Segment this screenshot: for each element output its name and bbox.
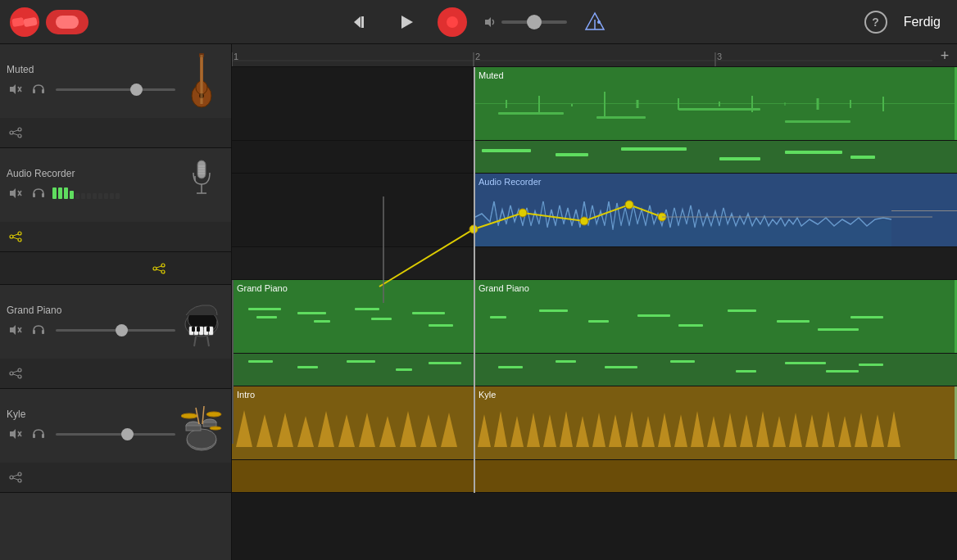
svg-line-42 bbox=[13, 237, 18, 239]
svg-marker-150 bbox=[277, 413, 293, 447]
kyle-track-row-sub bbox=[232, 460, 957, 493]
svg-marker-171 bbox=[674, 414, 687, 447]
svg-marker-157 bbox=[420, 414, 437, 447]
done-button[interactable]: Ferdig bbox=[897, 11, 947, 33]
svg-marker-176 bbox=[756, 411, 769, 447]
auto-ref-line bbox=[891, 210, 957, 211]
kyle-instrument-icon bbox=[179, 397, 225, 454]
svg-rect-140 bbox=[498, 366, 523, 368]
rewind-button[interactable] bbox=[346, 7, 375, 37]
piano-volume-slider[interactable] bbox=[56, 329, 175, 332]
svg-rect-60 bbox=[192, 327, 195, 332]
ruler-marker-3: 3 bbox=[717, 52, 722, 61]
timeline[interactable]: // Generate ticks via JS after load 1 2 … bbox=[232, 44, 957, 560]
svg-rect-144 bbox=[736, 370, 756, 373]
piano-track-name: Grand Piano bbox=[7, 305, 179, 316]
svg-line-69 bbox=[13, 374, 18, 376]
svg-marker-25 bbox=[10, 188, 16, 198]
master-volume-slider[interactable] bbox=[483, 16, 567, 29]
track-header-piano: Grand Piano bbox=[0, 285, 231, 389]
audio-controls: Audio Recorder bbox=[7, 168, 179, 202]
svg-rect-108 bbox=[498, 112, 564, 115]
svg-point-66 bbox=[18, 368, 21, 372]
kyle-headphone-button[interactable] bbox=[29, 425, 48, 443]
svg-marker-159 bbox=[478, 414, 491, 447]
kyle-send-icon bbox=[8, 470, 23, 485]
svg-rect-80 bbox=[203, 422, 216, 427]
svg-point-45 bbox=[161, 270, 165, 273]
piano-clip-right: Grand Piano bbox=[474, 280, 957, 353]
svg-rect-128 bbox=[588, 320, 609, 323]
svg-rect-51 bbox=[33, 330, 35, 334]
kyle-track-row[interactable]: Intro bbox=[232, 386, 957, 460]
svg-point-65 bbox=[10, 372, 13, 375]
svg-marker-179 bbox=[805, 414, 819, 447]
svg-marker-3 bbox=[485, 17, 491, 27]
svg-marker-48 bbox=[10, 325, 16, 335]
muted-volume-slider[interactable] bbox=[56, 88, 175, 91]
muted-controls: Muted bbox=[7, 64, 179, 98]
svg-rect-129 bbox=[637, 314, 670, 317]
piano-track-row-main[interactable]: Grand Piano Grand Piano bbox=[232, 280, 957, 354]
svg-point-6 bbox=[597, 20, 601, 24]
svg-rect-132 bbox=[777, 320, 810, 323]
svg-rect-134 bbox=[850, 316, 883, 318]
svg-point-44 bbox=[161, 264, 165, 267]
play-button[interactable] bbox=[392, 7, 421, 37]
svg-marker-177 bbox=[773, 416, 786, 447]
svg-marker-166 bbox=[592, 413, 605, 447]
svg-rect-117 bbox=[850, 156, 875, 159]
svg-line-68 bbox=[13, 371, 18, 373]
muted-track-row-sub[interactable] bbox=[232, 141, 957, 174]
svg-rect-73 bbox=[33, 434, 35, 438]
svg-rect-30 bbox=[197, 160, 206, 178]
svg-point-40 bbox=[18, 238, 21, 242]
help-button[interactable]: ? bbox=[864, 11, 887, 34]
metronome-icon[interactable] bbox=[583, 11, 606, 34]
audio-headphone-button[interactable] bbox=[29, 184, 48, 202]
svg-point-21 bbox=[18, 128, 21, 131]
svg-rect-29 bbox=[42, 193, 44, 197]
svg-point-67 bbox=[18, 375, 21, 378]
svg-marker-156 bbox=[400, 411, 416, 447]
audio-track-row[interactable]: Audio Recorder bbox=[232, 174, 957, 247]
kyle-volume-slider[interactable] bbox=[56, 433, 175, 436]
svg-marker-2 bbox=[401, 16, 413, 29]
svg-marker-160 bbox=[494, 411, 507, 447]
muted-headphone-button[interactable] bbox=[29, 80, 48, 98]
muted-send-icon bbox=[8, 125, 23, 140]
svg-marker-154 bbox=[359, 413, 375, 447]
audio-mute-button[interactable] bbox=[7, 184, 25, 202]
audio-extra-row bbox=[0, 222, 231, 251]
svg-rect-110 bbox=[678, 108, 760, 111]
kyle-mute-button[interactable] bbox=[7, 425, 25, 443]
svg-point-88 bbox=[18, 479, 21, 482]
svg-rect-127 bbox=[539, 309, 568, 312]
svg-marker-151 bbox=[297, 416, 314, 447]
svg-rect-130 bbox=[678, 324, 703, 327]
svg-marker-168 bbox=[625, 411, 638, 447]
piano-mute-button[interactable] bbox=[7, 321, 25, 339]
svg-marker-183 bbox=[871, 414, 884, 447]
audio-send-icon bbox=[8, 229, 23, 244]
record-button[interactable] bbox=[438, 7, 467, 37]
svg-marker-164 bbox=[560, 411, 573, 447]
svg-rect-1 bbox=[361, 16, 364, 28]
svg-rect-114 bbox=[621, 147, 687, 151]
svg-rect-118 bbox=[248, 308, 281, 310]
piano-track-row-sub[interactable] bbox=[232, 354, 957, 386]
audio-level-meter bbox=[52, 187, 120, 199]
svg-rect-139 bbox=[429, 362, 461, 364]
muted-mute-button[interactable] bbox=[7, 80, 25, 98]
svg-rect-131 bbox=[728, 309, 756, 312]
svg-marker-165 bbox=[576, 416, 589, 447]
piano-headphone-button[interactable] bbox=[29, 321, 48, 339]
record-oval[interactable] bbox=[46, 10, 88, 34]
svg-point-38 bbox=[10, 235, 13, 238]
svg-marker-180 bbox=[822, 411, 835, 447]
svg-line-47 bbox=[156, 269, 161, 271]
sidebar: Muted bbox=[0, 44, 232, 560]
svg-rect-124 bbox=[412, 312, 445, 314]
muted-track-row-main[interactable]: Muted bbox=[232, 67, 957, 141]
add-track-button[interactable]: + bbox=[932, 44, 957, 67]
